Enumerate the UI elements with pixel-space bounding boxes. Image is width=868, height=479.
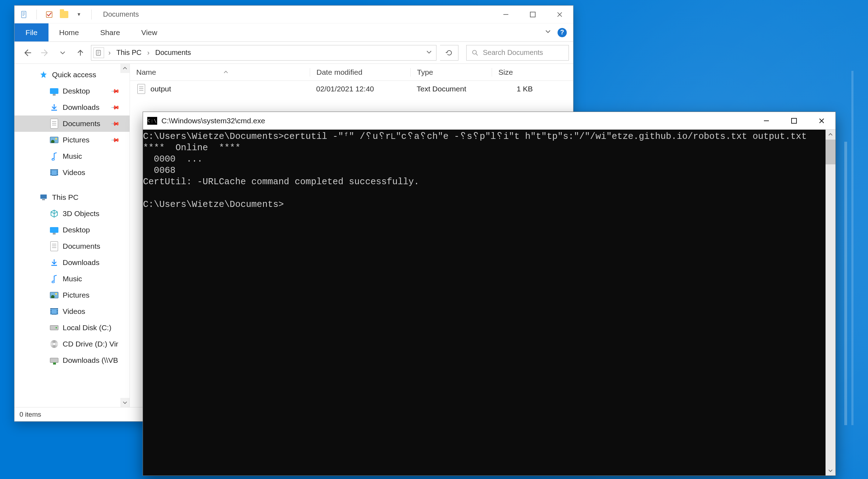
svg-line-12 <box>476 53 478 55</box>
search-icon <box>472 49 479 56</box>
sidebar-item-ddrive[interactable]: CD Drive (D:) Vir <box>15 336 130 352</box>
help-icon[interactable]: ? <box>558 28 567 37</box>
col-size[interactable]: Size <box>492 68 541 77</box>
cmd-output[interactable]: C:\Users\Wietze\Documents>certutil -"ᶠ" … <box>143 130 826 475</box>
scroll-thumb[interactable] <box>826 140 835 164</box>
sidebar-item-pictures[interactable]: Pictures 📌 <box>15 132 130 148</box>
sidebar-item-3dobjects[interactable]: 3D Objects <box>15 205 130 222</box>
tab-home[interactable]: Home <box>48 23 90 41</box>
cmd-minimize-button[interactable] <box>753 112 780 130</box>
chevron-right-icon[interactable]: › <box>146 49 151 57</box>
sidebar-item-label: CD Drive (D:) Vir <box>63 340 118 348</box>
nav-recent-button[interactable] <box>56 46 70 60</box>
crumb-this-pc[interactable]: This PC <box>115 49 143 57</box>
search-input[interactable]: Search Documents <box>466 45 569 61</box>
sidebar-item-documents[interactable]: Documents 📌 <box>15 115 130 132</box>
pin-icon: 📌 <box>110 102 120 112</box>
qat-dropdown-icon[interactable]: ▼ <box>74 10 84 19</box>
download-icon <box>50 258 58 267</box>
sidebar-item-desktop[interactable]: Desktop 📌 <box>15 83 130 99</box>
sidebar-item-label: Videos <box>63 307 85 316</box>
maximize-button[interactable] <box>519 6 546 23</box>
videos-icon <box>50 168 58 177</box>
sidebar-item-label: Downloads <box>63 103 99 112</box>
scroll-down-icon[interactable] <box>826 466 835 475</box>
col-date-label: Date modified <box>316 68 362 76</box>
nav-scroll-down-icon[interactable] <box>120 398 130 407</box>
file-size: 1 KB <box>492 85 541 93</box>
table-row[interactable]: output 02/01/2021 12:40 Text Document 1 … <box>130 81 573 97</box>
nav-quick-access-label: Quick access <box>52 71 96 79</box>
cmd-maximize-button[interactable] <box>780 112 808 130</box>
sidebar-item-cdrive[interactable]: Local Disk (C:) <box>15 320 130 336</box>
nav-back-button[interactable] <box>20 46 34 60</box>
pictures-icon <box>50 136 58 144</box>
nav-quick-access[interactable]: Quick access <box>15 67 130 83</box>
status-text: 0 items <box>19 411 41 418</box>
svg-rect-15 <box>764 120 769 121</box>
sidebar-item-pictures2[interactable]: Pictures <box>15 287 130 303</box>
qat-folder-icon[interactable] <box>59 10 69 19</box>
sidebar-item-music2[interactable]: Music <box>15 271 130 287</box>
sidebar-item-desktop2[interactable]: Desktop <box>15 222 130 238</box>
file-name: output <box>150 85 171 93</box>
sidebar-item-label: Music <box>63 152 82 160</box>
sidebar-item-videos[interactable]: Videos <box>15 164 130 181</box>
videos-icon <box>50 307 58 316</box>
column-headers[interactable]: Name Date modified Type Size <box>130 64 573 81</box>
col-type-label: Type <box>417 68 433 76</box>
explorer-titlebar[interactable]: ▼ Documents <box>15 6 573 23</box>
svg-rect-2 <box>22 14 25 14</box>
tab-view[interactable]: View <box>131 23 168 41</box>
ribbon-tabs: File Home Share View ? <box>15 23 573 42</box>
sidebar-item-label: Downloads <box>63 258 99 267</box>
search-placeholder: Search Documents <box>483 49 543 57</box>
col-size-label: Size <box>498 68 513 76</box>
crumb-documents[interactable]: Documents <box>154 49 192 57</box>
minimize-button[interactable] <box>492 6 519 23</box>
nav-forward-button[interactable] <box>38 46 52 60</box>
sidebar-item-documents2[interactable]: Documents <box>15 238 130 254</box>
tab-share[interactable]: Share <box>90 23 131 41</box>
star-icon <box>39 71 48 79</box>
col-date[interactable]: Date modified <box>310 68 410 77</box>
sidebar-item-label: Documents <box>63 119 100 128</box>
refresh-button[interactable] <box>440 45 458 61</box>
sidebar-item-label: Local Disk (C:) <box>63 323 112 332</box>
pin-icon: 📌 <box>110 86 120 96</box>
nav-this-pc[interactable]: This PC <box>15 189 130 205</box>
svg-point-11 <box>473 50 476 54</box>
sidebar-item-videos2[interactable]: Videos <box>15 303 130 320</box>
sidebar-item-downloads2[interactable]: Downloads <box>15 254 130 271</box>
qat-properties-icon[interactable] <box>19 10 29 19</box>
file-tab[interactable]: File <box>15 23 48 41</box>
breadcrumb-folder-icon[interactable] <box>93 47 104 58</box>
breadcrumb[interactable]: › This PC › Documents <box>91 45 436 61</box>
cmd-close-button[interactable] <box>808 112 835 130</box>
text-doc-icon <box>50 242 58 250</box>
cmd-scrollbar[interactable] <box>826 130 835 475</box>
sidebar-item-label: Downloads (\\VB <box>63 356 118 365</box>
sidebar-item-music[interactable]: Music <box>15 148 130 164</box>
qat-check-icon[interactable] <box>45 10 54 19</box>
chevron-right-icon[interactable]: › <box>107 49 112 57</box>
sidebar-item-label: Desktop <box>63 226 90 234</box>
cd-icon <box>50 340 58 348</box>
svg-rect-0 <box>22 11 26 17</box>
ribbon-expand-icon[interactable] <box>545 28 551 36</box>
sidebar-item-downloads[interactable]: Downloads 📌 <box>15 99 130 115</box>
nav-scroll-up-icon[interactable] <box>120 64 130 73</box>
cmd-titlebar[interactable]: C:\ C:\Windows\system32\cmd.exe <box>143 112 835 130</box>
breadcrumb-dropdown-icon[interactable] <box>426 49 432 57</box>
text-doc-icon <box>50 119 58 128</box>
address-bar: › This PC › Documents Search Documents <box>15 42 573 64</box>
nav-up-button[interactable] <box>73 46 87 60</box>
svg-rect-13 <box>40 195 47 199</box>
sidebar-item-netdownloads[interactable]: Downloads (\\VB <box>15 352 130 368</box>
scroll-up-icon[interactable] <box>826 130 835 140</box>
navigation-pane[interactable]: Quick access Desktop 📌 Downloads 📌 Do <box>15 64 130 407</box>
sidebar-item-label: 3D Objects <box>63 209 99 218</box>
close-button[interactable] <box>546 6 573 23</box>
col-name[interactable]: Name <box>130 68 310 77</box>
col-type[interactable]: Type <box>410 68 492 77</box>
